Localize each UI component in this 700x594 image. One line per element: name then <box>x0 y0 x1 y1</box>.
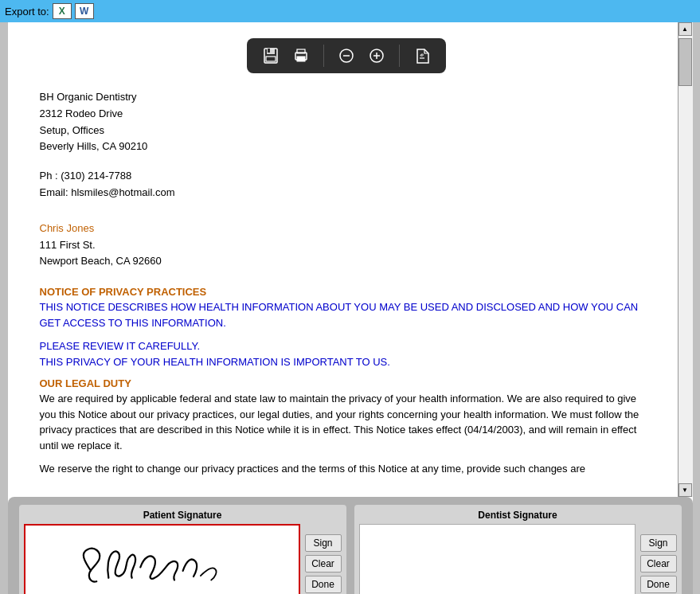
scrollbar-down-arrow[interactable]: ▼ <box>678 483 692 497</box>
patient-signature-image <box>25 526 299 594</box>
notice-section-4: We reserve the right to change our priva… <box>40 461 654 477</box>
dentist-clear-button[interactable]: Clear <box>640 555 677 573</box>
dentist-sign-button[interactable]: Sign <box>640 534 677 552</box>
patient-sig-inner: Sign Clear Done <box>24 524 342 594</box>
notice-heading-2: OUR LEGAL DUTY <box>40 377 654 389</box>
export-word-button[interactable]: W <box>75 3 94 19</box>
notice-body-5: We reserve the right to change our priva… <box>40 461 654 477</box>
patient-sig-label: Patient Signature <box>143 510 222 521</box>
export-excel-button[interactable]: X <box>53 3 72 19</box>
office-address1: 2312 Rodeo Drive <box>40 106 654 123</box>
icon-toolbar-inner <box>247 38 446 73</box>
patient-name: Chris Jones <box>40 221 654 237</box>
notice-body-2: PLEASE REVIEW IT CAREFULLY. <box>40 338 654 354</box>
patient-info: Chris Jones 111 First St. Newport Beach,… <box>40 221 654 270</box>
patient-done-button[interactable]: Done <box>305 576 342 593</box>
dentist-sig-inner: Sign Clear Done <box>359 524 677 594</box>
office-address: BH Organic Dentistry 2312 Rodeo Drive Se… <box>40 89 654 155</box>
main-area: BH Organic Dentistry 2312 Rodeo Drive Se… <box>8 22 693 594</box>
signature-area: Patient Signature <box>8 497 693 594</box>
patient-signature-box: Patient Signature <box>19 505 346 594</box>
zoom-in-icon[interactable] <box>366 45 388 67</box>
toolbar-divider-2 <box>399 45 400 67</box>
patient-address1: 111 First St. <box>40 237 654 254</box>
scrollbar-thumb[interactable] <box>678 38 692 86</box>
svg-rect-2 <box>266 57 276 61</box>
office-address2: Setup, Offices <box>40 123 654 139</box>
notice-section-1: NOTICE OF PRIVACY PRACTICES THIS NOTICE … <box>40 286 654 330</box>
notice-body-3: THIS PRIVACY OF YOUR HEALTH INFORMATION … <box>40 354 654 370</box>
dentist-sig-label: Dentist Signature <box>478 510 557 521</box>
zoom-out-icon[interactable] <box>335 45 358 67</box>
document-area: BH Organic Dentistry 2312 Rodeo Drive Se… <box>8 22 678 497</box>
pdf-icon[interactable] <box>411 45 433 67</box>
toolbar-divider-1 <box>323 45 324 67</box>
patient-sig-canvas[interactable] <box>24 524 300 594</box>
patient-clear-button[interactable]: Clear <box>305 555 342 573</box>
notice-heading-1: NOTICE OF PRIVACY PRACTICES <box>40 286 654 298</box>
notice-section-2: PLEASE REVIEW IT CAREFULLY. THIS PRIVACY… <box>40 338 654 369</box>
office-address3: Beverly Hills, CA 90210 <box>40 139 654 155</box>
notice-body-4: We are required by applicable federal an… <box>40 391 654 453</box>
dentist-sig-canvas[interactable] <box>359 524 635 594</box>
svg-rect-6 <box>297 57 305 61</box>
office-email: Email: hlsmiles@hotmail.com <box>40 185 654 201</box>
scrollbar-up-arrow[interactable]: ▲ <box>678 22 692 36</box>
patient-address2: Newport Beach, CA 92660 <box>40 253 654 270</box>
dentist-sig-buttons: Sign Clear Done <box>640 524 677 594</box>
icon-toolbar <box>40 38 654 73</box>
top-toolbar: Export to: X W <box>0 0 700 22</box>
dentist-signature-box: Dentist Signature Sign Clear Done <box>354 505 682 594</box>
signature-row: Patient Signature <box>19 505 682 594</box>
contact-info: Ph : (310) 214-7788 Email: hlsmiles@hotm… <box>40 168 654 201</box>
office-phone: Ph : (310) 214-7788 <box>40 168 654 185</box>
office-name: BH Organic Dentistry <box>40 89 654 106</box>
svg-rect-3 <box>268 49 270 53</box>
patient-sign-button[interactable]: Sign <box>305 534 342 552</box>
notice-body-1: THIS NOTICE DESCRIBES HOW HEALTH INFORMA… <box>40 299 654 330</box>
scrollbar[interactable]: ▲ ▼ <box>678 22 693 497</box>
export-label: Export to: <box>5 6 49 18</box>
notice-section-3: OUR LEGAL DUTY We are required by applic… <box>40 377 654 453</box>
save-icon[interactable] <box>260 45 282 67</box>
patient-sig-buttons: Sign Clear Done <box>305 524 342 594</box>
print-icon[interactable] <box>290 45 312 67</box>
dentist-done-button[interactable]: Done <box>640 576 677 593</box>
